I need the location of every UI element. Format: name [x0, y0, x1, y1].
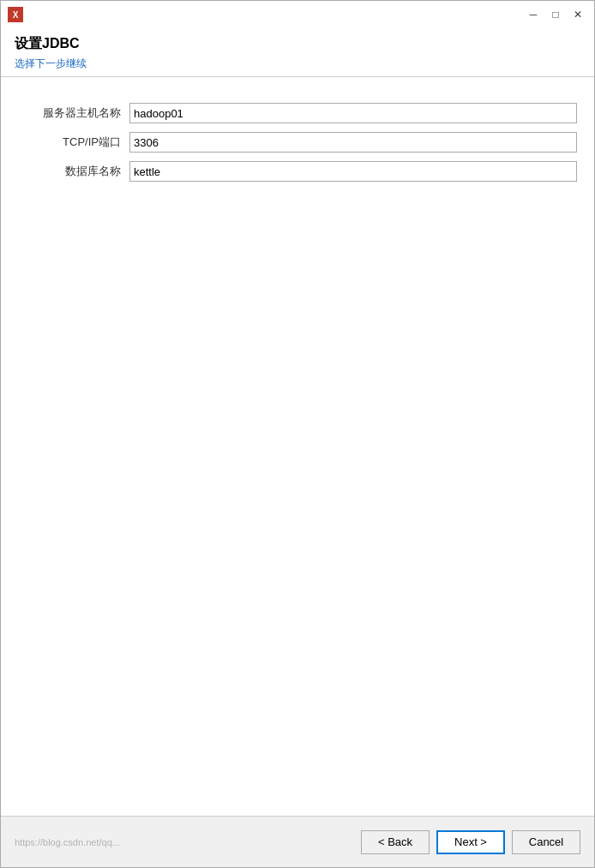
minimize-button[interactable]: ─ [524, 5, 543, 24]
form-section: 服务器主机名称 TCP/IP端口 数据库名称 [1, 94, 594, 199]
content-area: 服务器主机名称 TCP/IP端口 数据库名称 [1, 76, 594, 816]
title-bar: X ─ □ ✕ [1, 1, 594, 28]
main-window: X ─ □ ✕ 设置JDBC 选择下一步继续 服务器主机名称 [0, 0, 595, 868]
window-header: 设置JDBC 选择下一步继续 [1, 28, 594, 76]
host-input[interactable] [129, 103, 577, 123]
next-button[interactable]: Next > [436, 830, 505, 854]
title-bar-controls: ─ □ ✕ [524, 5, 587, 24]
maximize-button[interactable]: □ [546, 5, 565, 24]
port-row: TCP/IP端口 [18, 132, 577, 153]
watermark: https://blog.csdn.net/qq... [15, 837, 120, 847]
dbname-label: 数据库名称 [18, 164, 129, 179]
cancel-button[interactable]: Cancel [512, 830, 580, 854]
host-row: 服务器主机名称 [18, 103, 577, 123]
footer-area: https://blog.csdn.net/qq... < Back Next … [1, 816, 594, 867]
host-label: 服务器主机名称 [18, 105, 129, 121]
dbname-row: 数据库名称 [18, 161, 577, 182]
close-button[interactable]: ✕ [568, 5, 587, 24]
back-button[interactable]: < Back [361, 830, 430, 854]
port-input[interactable] [129, 132, 577, 153]
dbname-input[interactable] [129, 161, 577, 182]
app-icon: X [8, 7, 23, 22]
window-subtitle: 选择下一步继续 [15, 57, 580, 71]
window-title: 设置JDBC [15, 35, 580, 53]
title-bar-left: X [8, 7, 23, 22]
port-label: TCP/IP端口 [18, 135, 129, 150]
